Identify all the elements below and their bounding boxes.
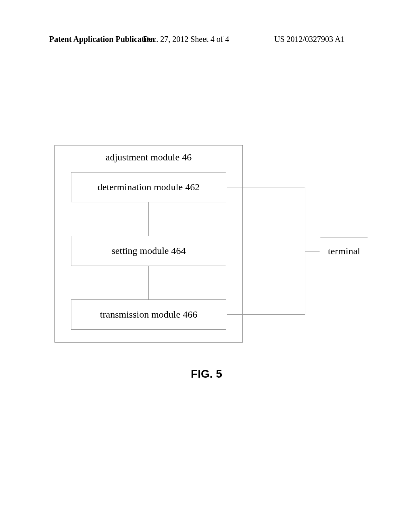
header-left-text: Patent Application Publication [49,35,155,44]
setting-module-label: setting module 464 [112,245,186,256]
connector-line [305,187,305,251]
header-right-text: US 2012/0327903 A1 [274,35,344,44]
adjustment-module-label: adjustment module 46 [55,152,242,163]
setting-module-box: setting module 464 [71,236,226,266]
transmission-module-label: transmission module 466 [100,309,197,320]
figure-caption: FIG. 5 [0,368,413,380]
connector-line [305,251,305,315]
diagram: adjustment module 46 determination modul… [54,145,369,343]
connector-line [148,202,149,236]
connector-line [305,251,320,251]
page-header: Patent Application Publication Dec. 27, … [0,35,413,44]
transmission-module-box: transmission module 466 [71,299,226,330]
header-center-text: Dec. 27, 2012 Sheet 4 of 4 [143,35,229,44]
terminal-label: terminal [328,246,360,257]
connector-line [227,314,305,315]
connector-line [227,187,305,187]
terminal-box: terminal [320,237,368,265]
determination-module-label: determination module 462 [98,182,200,193]
determination-module-box: determination module 462 [71,172,226,202]
connector-line [148,266,149,299]
